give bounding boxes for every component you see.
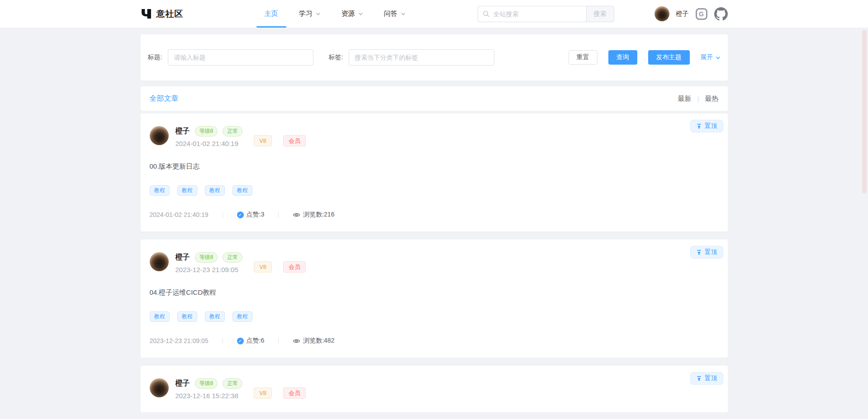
footer-divider — [223, 212, 223, 218]
post-footer-time: 2024-01-02 21:40:19 — [150, 211, 209, 218]
post-author-avatar[interactable] — [150, 126, 169, 145]
global-search: 搜索 — [478, 6, 614, 22]
post-card: 置顶 橙子 等级8 正常 2024-01-02 21:40:19 V8 会员 0… — [141, 113, 728, 231]
like-check-icon: ✓ — [237, 212, 244, 218]
brand-title: 意社区 — [157, 8, 184, 20]
nav-item-qa[interactable]: 问答 — [374, 0, 416, 28]
vertical-scrollbar[interactable] — [862, 30, 867, 193]
pin-top-icon — [696, 250, 702, 255]
likes-stat: ✓ 点赞:6 — [237, 337, 265, 345]
post-time: 2023-12-23 21:09:05 — [175, 266, 243, 273]
member-badge: 会员 — [283, 261, 306, 273]
footer-divider — [223, 338, 223, 344]
level-badge: 等级8 — [195, 378, 218, 389]
post-tag[interactable]: 教程 — [205, 185, 225, 196]
likes-count: 点赞:3 — [247, 211, 265, 219]
nav-item-resources[interactable]: 资源 — [331, 0, 374, 28]
status-badge: 正常 — [223, 126, 242, 137]
post-author-avatar[interactable] — [150, 378, 169, 397]
list-header: 全部文章 最新 | 最热 — [141, 86, 728, 111]
sort-hottest[interactable]: 最热 — [705, 94, 719, 103]
post-author-name[interactable]: 橙子 — [175, 253, 190, 262]
pin-top-icon — [696, 123, 702, 129]
title-filter-label: 标题: — [148, 53, 162, 61]
member-badge: 会员 — [283, 387, 306, 399]
github-icon[interactable] — [714, 7, 728, 21]
brand[interactable]: 意社区 — [141, 8, 184, 20]
level-badge: 等级8 — [195, 126, 218, 137]
pin-top-icon — [696, 376, 702, 381]
like-check-icon: ✓ — [237, 338, 244, 344]
eye-icon — [293, 211, 300, 219]
main-nav: 主页 学习 资源 问答 — [254, 0, 416, 28]
brand-logo-icon — [141, 8, 152, 19]
footer-divider — [278, 212, 279, 218]
filter-bar: 标题: 标签: 重置 查询 发布主题 展开 — [141, 34, 728, 80]
pin-top-button[interactable]: 置顶 — [690, 246, 723, 259]
nav-item-home[interactable]: 主页 — [254, 0, 289, 28]
chevron-down-icon — [716, 55, 721, 60]
search-input[interactable] — [478, 6, 586, 22]
pin-top-label: 置顶 — [705, 374, 717, 382]
search-button[interactable]: 搜索 — [586, 6, 614, 22]
likes-count: 点赞:6 — [247, 337, 265, 345]
tag-filter-input[interactable] — [349, 49, 494, 66]
post-author-avatar[interactable] — [150, 252, 169, 271]
views-count: 浏览数:216 — [303, 211, 334, 219]
nav-item-label: 主页 — [265, 9, 278, 18]
reset-button[interactable]: 重置 — [569, 50, 598, 65]
sort-divider: | — [697, 95, 699, 103]
post-time: 2024-01-02 21:40:19 — [175, 140, 243, 147]
tag-filter-label: 标签: — [328, 53, 343, 61]
nav-item-label: 学习 — [299, 9, 313, 18]
nav-item-learn[interactable]: 学习 — [289, 0, 331, 28]
views-stat: 浏览数:482 — [293, 337, 334, 345]
query-button[interactable]: 查询 — [608, 50, 637, 65]
expand-toggle[interactable]: 展开 — [701, 53, 721, 61]
nav-item-label: 问答 — [384, 9, 398, 18]
status-badge: 正常 — [223, 252, 242, 263]
member-badge: 会员 — [283, 135, 306, 146]
post-title[interactable]: 04.橙子运维CICD教程 — [150, 288, 719, 297]
publish-topic-button[interactable]: 发布主题 — [648, 50, 690, 65]
all-articles-tab[interactable]: 全部文章 — [150, 94, 179, 104]
pin-top-button[interactable]: 置顶 — [690, 372, 723, 385]
post-tag[interactable]: 教程 — [150, 185, 170, 196]
post-tag[interactable]: 教程 — [232, 311, 252, 322]
post-footer-time: 2023-12-23 21:09:05 — [150, 337, 209, 344]
vip-badge: V8 — [254, 387, 272, 399]
post-tag[interactable]: 教程 — [205, 311, 225, 322]
post-author-name[interactable]: 橙子 — [175, 379, 190, 388]
footer-divider — [278, 338, 279, 344]
user-avatar[interactable] — [655, 6, 669, 21]
status-badge: 正常 — [223, 378, 242, 389]
chevron-down-icon — [316, 11, 321, 16]
chevron-down-icon — [358, 11, 363, 16]
views-count: 浏览数:482 — [303, 337, 334, 345]
vip-badge: V8 — [254, 135, 272, 146]
eye-icon — [293, 337, 300, 345]
gitee-icon[interactable]: G — [696, 8, 707, 20]
post-author-name[interactable]: 橙子 — [175, 127, 190, 136]
vip-badge: V8 — [254, 261, 272, 273]
top-navbar: 意社区 主页 学习 资源 问答 搜索 — [0, 0, 868, 28]
post-time: 2023-12-16 15:22:38 — [175, 392, 243, 400]
chevron-down-icon — [401, 11, 406, 16]
sort-newest[interactable]: 最新 — [678, 94, 692, 103]
title-filter-input[interactable] — [168, 49, 313, 66]
nav-item-label: 资源 — [342, 9, 355, 18]
pin-top-button[interactable]: 置顶 — [690, 120, 723, 132]
post-title[interactable]: 00.版本更新日志 — [150, 162, 719, 171]
likes-stat: ✓ 点赞:3 — [237, 211, 265, 219]
post-tag[interactable]: 教程 — [177, 185, 197, 196]
pin-top-label: 置顶 — [705, 122, 717, 130]
user-name[interactable]: 橙子 — [676, 10, 689, 18]
post-card: 置顶 橙子 等级8 正常 2023-12-23 21:09:05 V8 会员 0… — [141, 240, 728, 358]
expand-label: 展开 — [701, 53, 713, 61]
search-icon — [483, 10, 489, 17]
post-tag[interactable]: 教程 — [177, 311, 197, 322]
post-card: 置顶 橙子 等级8 正常 2023-12-16 15:22:38 V8 会员 — [141, 366, 728, 412]
post-tag[interactable]: 教程 — [150, 311, 170, 322]
post-tag[interactable]: 教程 — [232, 185, 252, 196]
views-stat: 浏览数:216 — [293, 211, 334, 219]
